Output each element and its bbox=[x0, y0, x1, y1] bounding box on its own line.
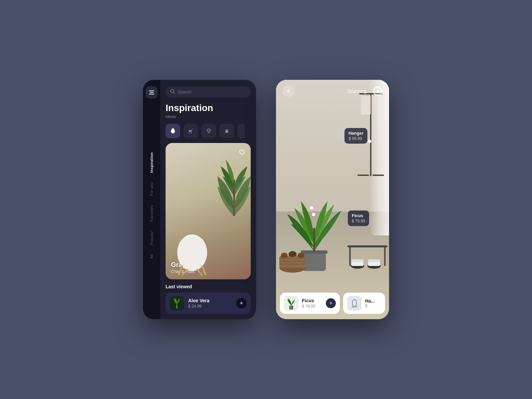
svg-line-1 bbox=[174, 92, 175, 93]
phone2-ar-scanner: Scanning... Hanger $ 99.99 Ficus $ 79.99 bbox=[276, 80, 389, 319]
last-viewed-add-button[interactable]: + bbox=[236, 298, 247, 309]
categories-row bbox=[166, 124, 251, 138]
ar-product-thumb-ficus bbox=[284, 296, 299, 311]
featured-card: Gray wall Chair & Plant bbox=[166, 143, 251, 279]
last-viewed-card: Aloe Vera $ 24.99 + bbox=[166, 293, 251, 314]
svg-rect-14 bbox=[233, 180, 235, 196]
svg-line-11 bbox=[202, 266, 205, 274]
svg-rect-26 bbox=[349, 246, 351, 266]
ar-camera-bg bbox=[276, 80, 389, 319]
svg-rect-44 bbox=[352, 300, 356, 306]
ar-tag-ficus[interactable]: Ficus $ 79.99 bbox=[348, 210, 369, 226]
category-plants[interactable] bbox=[166, 124, 180, 138]
last-viewed-price: $ 24.99 bbox=[188, 304, 232, 309]
svg-rect-34 bbox=[368, 259, 380, 262]
ar-product-card-ficus[interactable]: Ficus $ 79.99 + bbox=[280, 293, 340, 314]
category-grill[interactable] bbox=[201, 124, 216, 138]
svg-point-5 bbox=[225, 130, 228, 133]
ficus-tag-price: $ 79.99 bbox=[352, 219, 365, 223]
ar-dot-ficus2 bbox=[310, 206, 313, 209]
chair-svg bbox=[172, 229, 219, 276]
sidebar-nav: Inspiration For you Favorites Popular Al… bbox=[150, 98, 154, 313]
svg-point-2 bbox=[189, 132, 190, 133]
sidebar-item-foryou[interactable]: For you bbox=[150, 182, 154, 196]
screens-wrapper: Inspiration For you Favorites Popular Al… bbox=[143, 80, 389, 319]
svg-rect-15 bbox=[233, 193, 235, 216]
svg-line-10 bbox=[179, 266, 182, 274]
svg-rect-31 bbox=[351, 259, 363, 262]
menu-button[interactable] bbox=[146, 86, 158, 98]
phone1-inspiration: Inspiration For you Favorites Popular Al… bbox=[143, 80, 256, 319]
logs-basket-svg bbox=[278, 246, 308, 273]
ar-add-ficus-button[interactable]: + bbox=[326, 298, 336, 308]
svg-rect-27 bbox=[384, 246, 386, 266]
svg-rect-42 bbox=[298, 255, 304, 257]
sidebar: Inspiration For you Favorites Popular Al… bbox=[143, 80, 160, 319]
scan-dot bbox=[373, 86, 382, 96]
svg-line-13 bbox=[197, 269, 202, 275]
ar-product-name-hanger: Ha... bbox=[365, 298, 385, 304]
sidebar-item-favorites[interactable]: Favorites bbox=[150, 205, 154, 222]
svg-point-7 bbox=[227, 130, 228, 131]
svg-rect-40 bbox=[281, 255, 288, 257]
search-icon bbox=[170, 89, 175, 95]
last-viewed-thumb bbox=[170, 296, 184, 311]
ar-dot-ficus bbox=[312, 213, 315, 216]
category-stroller[interactable] bbox=[184, 124, 198, 138]
svg-rect-41 bbox=[289, 254, 297, 256]
ar-bottom-carousel: Ficus $ 79.99 + Ha... $ bbox=[276, 293, 389, 319]
page-title: Inspiration bbox=[166, 103, 251, 113]
svg-rect-43 bbox=[289, 306, 293, 310]
ar-product-info-ficus: Ficus $ 79.99 bbox=[302, 298, 323, 309]
scan-dot-inner bbox=[376, 90, 379, 92]
svg-rect-22 bbox=[372, 175, 384, 176]
ar-topbar: Scanning... bbox=[276, 80, 389, 102]
ar-product-price-ficus: $ 79.99 bbox=[302, 304, 323, 309]
ar-tag-hanger[interactable]: Hanger $ 99.99 bbox=[344, 128, 367, 144]
plant-right-svg bbox=[221, 146, 247, 196]
sidebar-item-popular[interactable]: Popular bbox=[150, 231, 154, 245]
scanning-label: Scanning... bbox=[347, 86, 382, 96]
category-pet[interactable] bbox=[219, 124, 234, 138]
ar-product-info-hanger: Ha... $ bbox=[365, 298, 385, 308]
ar-dot-hanger bbox=[368, 140, 371, 143]
last-viewed-name: Aloe Vera bbox=[188, 298, 232, 303]
sidebar-item-all[interactable]: All bbox=[150, 254, 154, 259]
hanger-tag-name: Hanger bbox=[348, 131, 363, 136]
svg-line-12 bbox=[182, 269, 187, 275]
svg-point-6 bbox=[225, 130, 226, 131]
ar-product-price-hanger: $ bbox=[365, 304, 385, 308]
search-bar bbox=[166, 86, 251, 97]
ficus-tag-name: Ficus bbox=[352, 213, 365, 218]
back-button[interactable] bbox=[283, 85, 295, 97]
last-viewed-info: Aloe Vera $ 24.99 bbox=[188, 298, 232, 309]
svg-rect-16 bbox=[176, 304, 178, 309]
sidebar-item-inspiration[interactable]: Inspiration bbox=[150, 152, 154, 173]
last-viewed-title: Last viewed bbox=[166, 284, 251, 289]
hanger-tag-price: $ 99.99 bbox=[348, 136, 363, 141]
category-more[interactable] bbox=[237, 124, 245, 138]
ar-product-name-ficus: Ficus bbox=[302, 298, 323, 303]
ar-product-thumb-hanger bbox=[347, 296, 362, 311]
svg-point-8 bbox=[226, 129, 227, 130]
page-subtitle: Ideas bbox=[166, 114, 251, 119]
svg-rect-25 bbox=[313, 228, 315, 252]
bench-shoes-svg bbox=[347, 239, 387, 273]
svg-point-3 bbox=[191, 132, 192, 133]
phone1-main-content: Inspiration Ideas bbox=[160, 80, 256, 319]
search-input[interactable] bbox=[178, 89, 246, 94]
svg-rect-21 bbox=[357, 175, 369, 176]
svg-rect-45 bbox=[351, 306, 357, 308]
svg-rect-28 bbox=[347, 245, 387, 247]
scanning-text: Scanning... bbox=[347, 88, 370, 94]
ar-product-card-hanger-partial[interactable]: Ha... $ bbox=[343, 293, 385, 314]
